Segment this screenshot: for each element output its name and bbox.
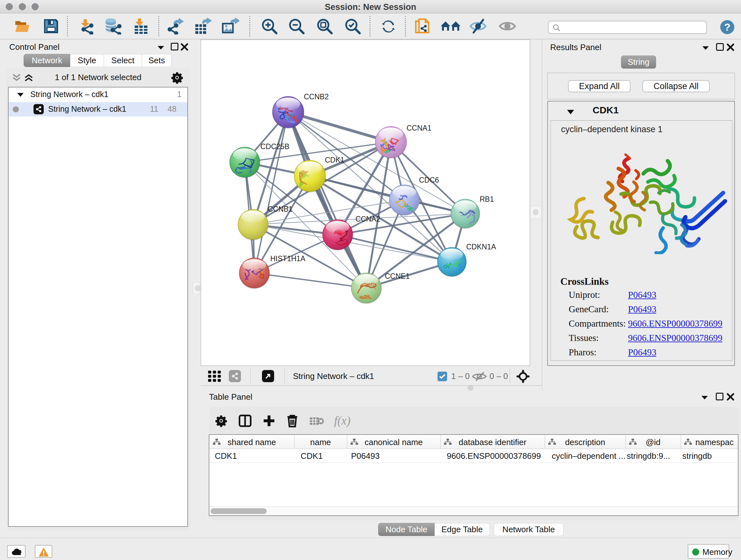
svg-text:CCNA2: CCNA2 <box>355 215 381 223</box>
svg-text:RB1: RB1 <box>480 195 494 203</box>
svg-text:CCNA1: CCNA1 <box>407 124 431 132</box>
svg-text:CCNE1: CCNE1 <box>385 272 410 280</box>
svg-text:CDK1: CDK1 <box>325 156 344 164</box>
svg-text:CCNB1: CCNB1 <box>268 205 293 213</box>
svg-text:HIST1H1A: HIST1H1A <box>270 254 306 263</box>
svg-text:CDC25B: CDC25B <box>260 142 289 151</box>
svg-text:CCNB2: CCNB2 <box>304 92 329 101</box>
svg-text:CDC6: CDC6 <box>419 176 439 184</box>
svg-text:CDKN1A: CDKN1A <box>466 243 496 251</box>
